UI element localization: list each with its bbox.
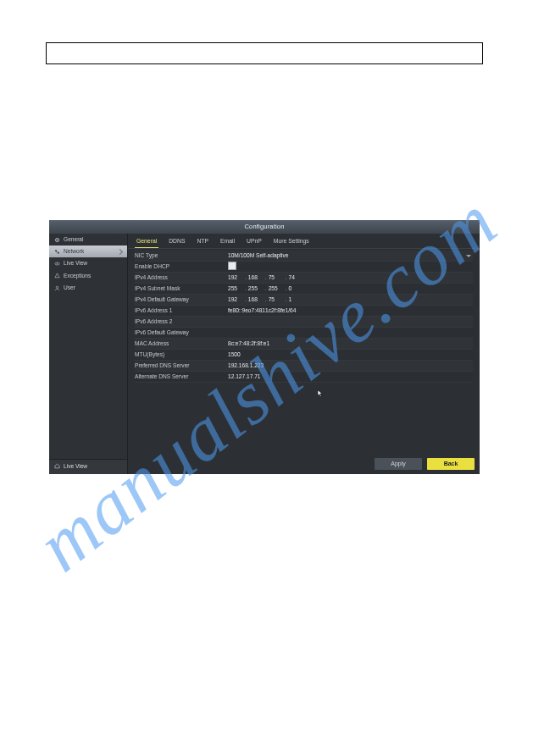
row-ipv4-gateway: IPv4 Default Gateway 192.168.75.1	[135, 295, 473, 306]
tab-email[interactable]: Email	[219, 236, 236, 248]
label-nic-type: NIC Type	[135, 252, 228, 259]
sidebar-item-label: User	[64, 284, 75, 291]
row-mac-address: MAC Address 8c:e7:48:2f:8f:e1	[135, 339, 473, 350]
mouse-cursor-icon	[317, 389, 324, 398]
ipv4-subnet-o3: 255	[269, 285, 284, 292]
form-area: NIC Type 10M/100M Self-adaptive Enable D…	[128, 249, 480, 383]
label-preferred-dns: Preferred DNS Server	[135, 362, 228, 369]
label-ipv6-address2: IPv6 Address 2	[135, 318, 228, 325]
label-ipv6-gateway: IPv6 Default Gateway	[135, 329, 228, 336]
tab-general[interactable]: General	[135, 236, 158, 248]
ipv4-subnet-o2: 255	[248, 285, 264, 292]
ipv4-subnet-o1: 255	[228, 285, 243, 292]
eye-icon	[54, 261, 60, 267]
sidebar-item-label: General	[64, 236, 83, 243]
ipv4-address-o2: 168	[248, 274, 264, 281]
label-ipv4-subnet: IPv4 Subnet Mask	[135, 285, 228, 292]
window-title: Configuration	[49, 220, 480, 234]
row-preferred-dns: Preferred DNS Server 192.168.1.223	[135, 361, 473, 372]
ipv4-gateway-o4: 1	[289, 296, 304, 303]
dropdown-caret-icon	[466, 255, 471, 257]
ipv4-address-o4: 74	[289, 274, 304, 281]
sidebar-bottom-label: Live View	[64, 463, 87, 470]
label-ipv4-gateway: IPv4 Default Gateway	[135, 296, 228, 303]
svg-point-5	[57, 263, 58, 264]
sidebar-item-user[interactable]: User	[49, 282, 127, 294]
label-enable-dhcp: Enable DHCP	[135, 263, 228, 270]
row-mtu: MTU(Bytes) 1500	[135, 350, 473, 361]
label-ipv6-address1: IPv6 Address 1	[135, 307, 228, 314]
row-ipv4-address: IPv4 Address 192.168.75.74	[135, 273, 473, 284]
row-alternate-dns: Alternate DNS Server 12.127.17.71	[135, 372, 473, 383]
tab-ddns[interactable]: DDNS	[167, 236, 186, 248]
enable-dhcp-checkbox-wrap	[228, 262, 473, 272]
sidebar-item-live-view[interactable]: Live View	[49, 257, 127, 269]
network-icon	[54, 249, 60, 255]
preferred-dns-input[interactable]: 192.168.1.223	[228, 362, 473, 369]
sidebar-item-label: Exceptions	[64, 273, 91, 279]
sidebar-item-general[interactable]: General	[49, 234, 127, 246]
configuration-screenshot: Configuration General Network Live	[49, 220, 480, 474]
nic-type-value: 10M/100M Self-adaptive	[228, 252, 288, 259]
svg-rect-3	[58, 252, 59, 253]
home-icon	[54, 463, 60, 469]
gear-icon	[54, 237, 60, 243]
row-ipv6-address1: IPv6 Address 1 fe80::9eo7:4811c2f:8fe1/6…	[135, 306, 473, 317]
ipv4-address-o3: 75	[269, 274, 284, 281]
document-header-box	[46, 42, 483, 64]
row-enable-dhcp: Enable DHCP	[135, 262, 473, 273]
tabs: General DDNS NTP Email UPnP More Setting…	[128, 234, 480, 249]
ipv4-subnet-o4: 0	[289, 285, 304, 292]
row-ipv6-address2: IPv6 Address 2	[135, 317, 473, 328]
sidebar-item-exceptions[interactable]: Exceptions	[49, 270, 127, 282]
back-button[interactable]: Back	[427, 458, 475, 470]
label-ipv4-address: IPv4 Address	[135, 274, 228, 281]
sidebar: General Network Live View Exceptions	[49, 234, 128, 474]
tab-ntp[interactable]: NTP	[195, 236, 210, 248]
ipv4-gateway-o2: 168	[248, 296, 264, 303]
sidebar-item-network[interactable]: Network	[49, 246, 127, 257]
user-icon	[54, 285, 60, 291]
svg-rect-2	[55, 250, 57, 251]
apply-button[interactable]: Apply	[375, 458, 422, 470]
main-panel: General DDNS NTP Email UPnP More Setting…	[128, 234, 480, 474]
svg-point-1	[57, 239, 58, 240]
sidebar-bottom-live-view[interactable]: Live View	[49, 459, 127, 474]
row-ipv4-subnet: IPv4 Subnet Mask 255.255.255.0	[135, 284, 473, 295]
ipv4-gateway-o3: 75	[269, 296, 284, 303]
app-body: General Network Live View Exceptions	[49, 234, 480, 474]
mtu-input[interactable]: 1500	[228, 351, 473, 358]
svg-point-6	[56, 286, 58, 288]
label-mac-address: MAC Address	[135, 340, 228, 347]
nic-type-select[interactable]: 10M/100M Self-adaptive	[228, 252, 473, 259]
row-nic-type: NIC Type 10M/100M Self-adaptive	[135, 251, 473, 262]
ipv4-gateway-input[interactable]: 192.168.75.1	[228, 296, 473, 303]
label-alternate-dns: Alternate DNS Server	[135, 373, 228, 380]
enable-dhcp-checkbox[interactable]	[228, 262, 236, 270]
mac-address-value: 8c:e7:48:2f:8f:e1	[228, 340, 473, 347]
ipv4-address-input[interactable]: 192.168.75.74	[228, 274, 473, 281]
ipv4-gateway-o1: 192	[228, 296, 243, 303]
chevron-right-icon	[117, 249, 123, 255]
sidebar-item-label: Live View	[64, 260, 87, 267]
button-bar: Apply Back	[128, 455, 480, 474]
tab-upnp[interactable]: UPnP	[245, 236, 264, 248]
row-ipv6-gateway: IPv6 Default Gateway	[135, 328, 473, 339]
ipv4-address-o1: 192	[228, 274, 243, 281]
alternate-dns-input[interactable]: 12.127.17.71	[228, 373, 473, 380]
tab-more-settings[interactable]: More Settings	[272, 236, 311, 248]
ipv4-subnet-input[interactable]: 255.255.255.0	[228, 285, 473, 292]
ipv6-address1-input[interactable]: fe80::9eo7:4811c2f:8fe1/64	[228, 307, 473, 314]
label-mtu: MTU(Bytes)	[135, 351, 228, 358]
sidebar-item-label: Network	[64, 248, 84, 255]
alert-icon	[54, 273, 60, 279]
